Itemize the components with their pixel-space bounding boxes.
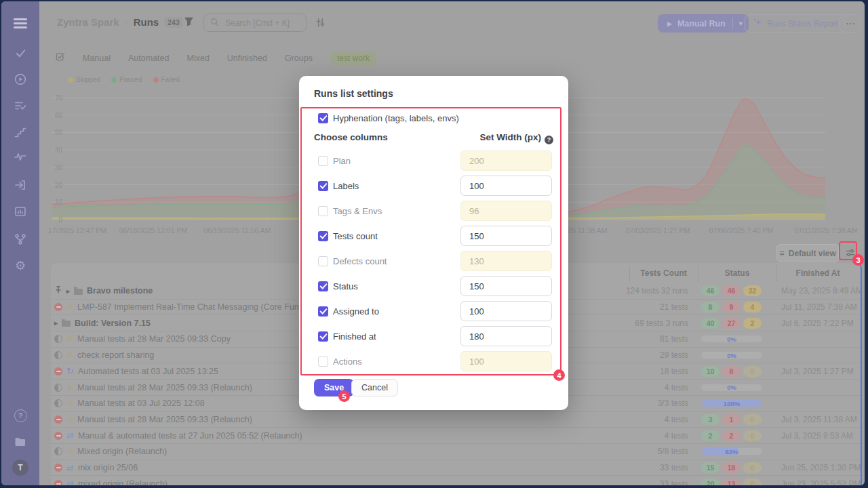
test-plans-icon[interactable] [1,99,39,113]
status-badge-passed: 10 [701,366,719,377]
menu-icon[interactable] [1,16,39,30]
run-name[interactable]: ✳Manual tests at 28 Mar 2025 09:33 (Rela… [54,380,252,395]
run-name-label: check report sharing [77,350,154,360]
default-view-label: Default view [789,249,836,258]
run-name[interactable]: ✳LMP-587 Implement Real-Time Chat Messag… [54,300,321,315]
search-settings-icon[interactable] [315,17,326,31]
column-checkbox-defects-count[interactable] [318,256,328,266]
column-checkbox-actions[interactable] [318,357,328,367]
table-row[interactable]: ✳Mixed origin (Relaunch)5/8 tests62% [51,444,861,460]
run-name[interactable]: ⇄mixed origin (Relaunch) [54,476,167,485]
pulse-icon[interactable] [1,150,39,163]
modal-column-row-finished-at: Finished at [299,326,568,346]
tab-groups[interactable]: Groups [285,54,313,63]
run-name[interactable]: ✳Manual tests at 03 Jul 2025 12:08 [54,396,205,411]
column-header-tests-count[interactable]: Tests Count [629,263,698,283]
tab-automated[interactable]: Automated [128,54,169,63]
legend-item-failed: Failed [153,76,180,83]
table-row[interactable]: ✳Manual tests at 28 Mar 2025 09:33 (Rela… [51,412,861,428]
column-width-input-tests-count[interactable] [460,226,552,246]
cancel-button[interactable]: Cancel [351,379,398,396]
status-stopped-icon [54,303,62,311]
column-checkbox-status[interactable] [318,281,328,291]
column-width-input-actions[interactable] [460,351,552,371]
avatar[interactable]: T [1,459,39,476]
table-row[interactable]: ⇄Manual & automated tests at 27 Jun 2025… [51,428,861,444]
column-width-input-defects-count[interactable] [460,251,552,271]
tag-filter-chip[interactable]: test work [330,52,376,65]
run-name[interactable]: ▸Build: Version 7.15 [54,315,151,331]
settings-gear-icon[interactable]: ⚙ [1,259,39,272]
tests-check-icon[interactable] [1,46,39,60]
breadcrumb: Zyntra Spark › Runs 243 [57,16,183,28]
status-badge-failed: 18 [722,462,741,473]
column-checkbox-plan[interactable] [318,156,328,166]
hyphenation-row: Hyphenation (tags, labels, envs) [299,108,568,128]
tests-count-cell: 61 tests [587,331,688,347]
table-row[interactable]: ⇄mix origin 25/0633 tests15180Jun 25, 20… [51,460,861,476]
column-width-input-tags-envs[interactable] [460,201,552,221]
status-badge-failed: 9 [722,302,741,312]
table-row[interactable]: ⇄mixed origin (Relaunch)33 tests20130Jun… [51,476,861,485]
legend-dot-passed [111,77,117,83]
column-width-input-finished-at[interactable] [460,326,552,346]
default-view-button[interactable]: ≡ Default view [776,244,839,262]
breadcrumb-page: Runs [134,16,159,28]
help-question-icon[interactable]: ? [545,136,553,144]
column-label: Tests count [333,231,378,241]
manual-run-type-icon: ✳ [66,335,73,343]
run-name[interactable]: ↻Automated tests at 03 Jul 2025 13:25 [54,364,218,380]
column-checkbox-finished-at[interactable] [318,331,328,342]
imports-icon[interactable] [1,178,39,192]
column-checkbox-tags-envs[interactable] [318,206,328,216]
runs-play-icon[interactable] [1,73,39,86]
mixed-run-type-icon: ⇄ [66,431,74,440]
manual-run-button[interactable]: ▶ Manual Run ▾ [658,14,749,33]
run-name[interactable]: ⇄mix origin 25/06 [54,460,138,476]
select-runs-icon[interactable] [56,52,65,64]
column-width-input-plan[interactable] [460,150,552,171]
run-name-label: Manual tests at 28 Mar 2025 09:33 Copy [77,334,231,344]
status-stopped-icon [54,367,62,375]
more-button[interactable]: ⋯ [840,14,861,33]
column-header-status[interactable]: Status [698,263,776,283]
column-checkbox-labels[interactable] [318,181,328,191]
tests-count-cell: 33 tests [587,476,688,485]
chart-legend: SkippedPassedFailed [68,76,180,83]
run-name[interactable]: ✳check report sharing [54,348,154,363]
run-name[interactable]: ✳Manual tests at 28 Mar 2025 09:33 Copy [54,331,231,347]
column-label: Labels [333,181,359,191]
manual-run-type-icon: ✳ [66,415,73,424]
column-header-finished-at[interactable]: Finished At [776,263,859,283]
column-checkbox-assigned-to[interactable] [318,306,328,317]
mixed-run-type-icon: ⇄ [66,479,74,485]
run-name[interactable]: ⇄Manual & automated tests at 27 Jun 2025… [54,428,302,443]
expand-caret-icon[interactable]: ▸ [66,287,70,295]
tab-unfinished[interactable]: Unfinished [227,54,267,63]
tab-mixed[interactable]: Mixed [186,54,209,63]
run-name[interactable]: ▸Bravo milestone [54,283,153,299]
projects-folder-icon[interactable] [1,435,39,449]
help-icon[interactable]: ? [1,409,39,422]
analytics-icon[interactable] [1,205,39,218]
column-width-input-status[interactable] [460,276,552,296]
runs-count-badge: 243 [164,17,183,28]
expand-caret-icon[interactable]: ▸ [54,319,58,327]
integrations-fork-icon[interactable] [1,232,39,246]
milestones-icon[interactable] [1,125,39,139]
search-input[interactable] [224,18,301,28]
run-name[interactable]: ✳Mixed origin (Relaunch) [54,444,167,460]
column-width-input-assigned-to[interactable] [460,301,552,321]
filter-funnel-icon[interactable] [183,16,195,30]
status-badge-passed: 20 [701,479,719,485]
column-checkbox-tests-count[interactable] [318,231,328,241]
tab-manual[interactable]: Manual [83,54,111,63]
status-badge-failed: 8 [722,366,741,377]
hyphenation-checkbox[interactable] [318,113,328,123]
runs-status-report-button[interactable]: Runs Status Report [745,14,846,33]
choose-columns-heading: Choose columns [314,132,388,142]
column-width-input-labels[interactable] [460,176,552,196]
run-name[interactable]: ✳Manual tests at 28 Mar 2025 09:33 (Rela… [54,412,252,428]
modal-column-row-status: Status [299,276,568,296]
breadcrumb-project[interactable]: Zyntra Spark [57,16,119,28]
